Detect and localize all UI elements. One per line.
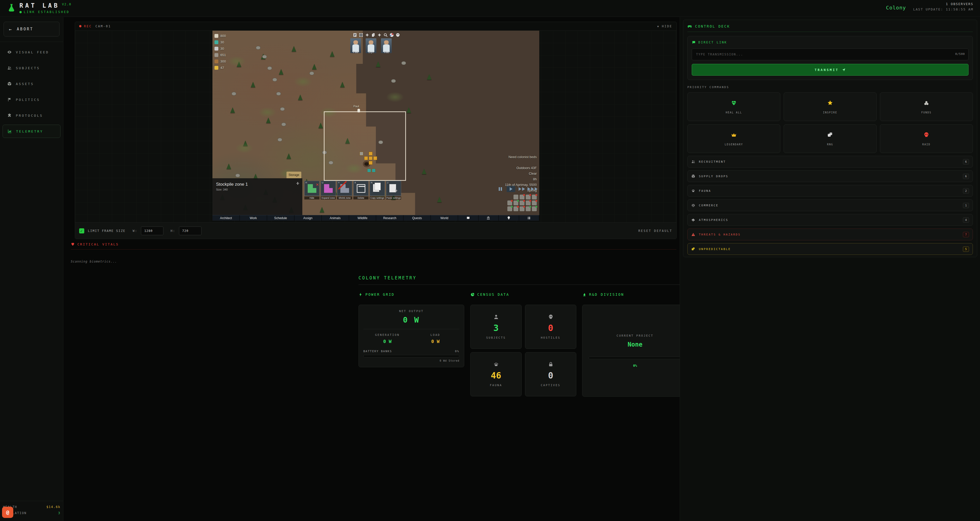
- color-wheel-icon[interactable]: [390, 33, 394, 37]
- sidebar-item-telemetry[interactable]: TELEMETRY: [3, 124, 60, 138]
- paw-icon: [691, 189, 695, 193]
- colonist-portrait[interactable]: Paul: [350, 38, 361, 53]
- tab-history-book[interactable]: [458, 215, 478, 221]
- resize-icon[interactable]: [296, 181, 300, 185]
- command-funds[interactable]: FUNDS: [880, 92, 973, 121]
- command-legendary[interactable]: LEGENDARY: [687, 124, 780, 153]
- storage-tab[interactable]: Storage: [286, 172, 301, 178]
- orders-toggle-icon[interactable]: [526, 194, 531, 199]
- fast-button[interactable]: [517, 186, 526, 192]
- homearea-toggle-icon[interactable]: [508, 201, 512, 206]
- temperature-toggle-icon[interactable]: [532, 194, 537, 199]
- sidebar-item-subjects[interactable]: SUBJECTS: [3, 61, 60, 75]
- abort-button[interactable]: ABORT: [3, 22, 59, 37]
- terrain-toggle-icon[interactable]: [526, 201, 531, 206]
- tab-world[interactable]: World: [431, 215, 458, 221]
- tree: [422, 169, 426, 174]
- limit-frame-checkbox[interactable]: [79, 228, 84, 233]
- mask-icon[interactable]: [396, 33, 400, 37]
- rock: [391, 79, 396, 83]
- alert-need-beds[interactable]: Need colonist beds: [505, 155, 537, 159]
- tab-assign[interactable]: Assign: [294, 215, 322, 221]
- tree: [279, 69, 283, 75]
- tab-work[interactable]: Work: [240, 215, 267, 221]
- pause-button[interactable]: [496, 186, 504, 192]
- section-atmospherics[interactable]: ATMOSPHERICS 4: [687, 214, 973, 226]
- beauty-toggle-icon[interactable]: [520, 194, 525, 199]
- tree: [340, 82, 345, 88]
- doc-lines-icon[interactable]: [353, 33, 357, 37]
- copy-icon[interactable]: [371, 33, 375, 37]
- transmit-button[interactable]: TRANSMIT: [692, 64, 969, 76]
- section-threats-hazards[interactable]: THREATS & HAZARDS 7: [687, 229, 973, 240]
- play-button[interactable]: [507, 186, 515, 192]
- section-fauna[interactable]: FAUNA 2: [687, 185, 973, 197]
- roof-toggle-icon[interactable]: [514, 201, 519, 206]
- sidebar-item-politics[interactable]: POLITICS: [3, 93, 60, 106]
- tab-research[interactable]: Research: [376, 215, 403, 221]
- section-count-badge: 4: [963, 217, 969, 223]
- pawns-toggle-icon[interactable]: [520, 206, 525, 211]
- command-inspire[interactable]: INSPIRE: [784, 92, 877, 121]
- tab-animals[interactable]: Animals: [322, 215, 349, 221]
- tab-ideas[interactable]: [499, 215, 519, 221]
- search-icon[interactable]: [383, 33, 388, 37]
- research-meter: [589, 357, 681, 359]
- tab-wildlife[interactable]: Wildlife: [349, 215, 376, 221]
- command-heal-all[interactable]: HEAL ALL: [687, 92, 780, 121]
- tab-menu[interactable]: [519, 215, 539, 221]
- at-badge-icon[interactable]: @: [2, 507, 13, 518]
- bank-icon: [487, 216, 490, 220]
- zoom-toggle-icon[interactable]: [514, 194, 519, 199]
- section-supply-drops[interactable]: SUPPLY DROPS 6: [687, 170, 973, 182]
- load-label: LOAD: [411, 333, 459, 336]
- game-map[interactable]: Paul 800 30 30 651: [212, 31, 539, 215]
- zones-toggle-icon[interactable]: [508, 206, 512, 211]
- gizmo-shrink-zone[interactable]: Y Shrink zone: [337, 181, 352, 199]
- section-recruitment[interactable]: RECRUITMENT 6: [687, 156, 973, 167]
- paint-toggle-icon[interactable]: [526, 206, 531, 211]
- tree: [318, 123, 323, 128]
- box-icon: [691, 174, 695, 178]
- tab-quests[interactable]: Quests: [403, 215, 431, 221]
- sidebar: ABORT VISUAL FEED SUBJECTS ASSETS POLITI…: [0, 17, 63, 521]
- critical-vitals-section: CRITICAL VITALS Scanning biometrics...: [71, 242, 676, 263]
- tab-schedule[interactable]: Schedule: [267, 215, 294, 221]
- gizmo-copy-settings[interactable]: N Copy settings: [370, 181, 385, 199]
- reset-default-button[interactable]: RESET DEFAULT: [638, 229, 672, 233]
- sidebar-item-visual-feed[interactable]: VISUAL FEED: [3, 45, 60, 59]
- game-viewport[interactable]: Paul 800 30 30 651: [212, 31, 539, 221]
- height-input[interactable]: [179, 226, 202, 235]
- fertility-toggle-icon[interactable]: [520, 201, 525, 206]
- sidebar-item-protocols[interactable]: PROTOCOLS: [3, 109, 60, 122]
- gizmo-expand-zone[interactable]: U Expand zone: [321, 181, 336, 199]
- gizmo-delete[interactable]: X Delete: [353, 181, 369, 199]
- section-commerce[interactable]: COMMERCE 1: [687, 199, 973, 211]
- colonist-pawn[interactable]: [358, 109, 360, 112]
- sidebar-item-assets[interactable]: ASSETS: [3, 77, 60, 91]
- section-unpredictable[interactable]: UNPREDICTABLE 5: [687, 243, 973, 255]
- shelter-toggle-icon[interactable]: [532, 201, 537, 206]
- population-value: 3: [58, 511, 60, 515]
- grid-table-icon[interactable]: [359, 33, 363, 37]
- command-rng[interactable]: RNG: [784, 124, 877, 153]
- colonist-portrait[interactable]: Bryn: [366, 38, 376, 53]
- graph-toggle-icon[interactable]: [514, 206, 519, 211]
- tab-factions[interactable]: [479, 215, 499, 221]
- gizmo-hide[interactable]: H ✕ Hide: [304, 181, 320, 199]
- inspect-panel: Stockpile zone 1 Size: 340: [212, 178, 302, 215]
- tab-architect[interactable]: Architect: [212, 215, 240, 221]
- superfast-button[interactable]: [528, 186, 537, 192]
- abort-label: ABORT: [17, 27, 33, 32]
- command-raid[interactable]: RAID: [880, 124, 973, 153]
- transmission-input[interactable]: [692, 49, 969, 60]
- sparkle-icon[interactable]: [377, 33, 382, 37]
- sparkle-icon[interactable]: [365, 33, 369, 37]
- width-input[interactable]: [141, 226, 164, 235]
- power-toggle-icon[interactable]: [532, 206, 537, 211]
- hide-feed-button[interactable]: HIDE: [657, 24, 672, 28]
- gizmo-paste-settings[interactable]: J Paste settings: [386, 181, 401, 199]
- colonist-portrait[interactable]: Vlad: [381, 38, 392, 53]
- census-title: CENSUS DATA: [477, 292, 509, 296]
- chat-icon: [692, 40, 696, 45]
